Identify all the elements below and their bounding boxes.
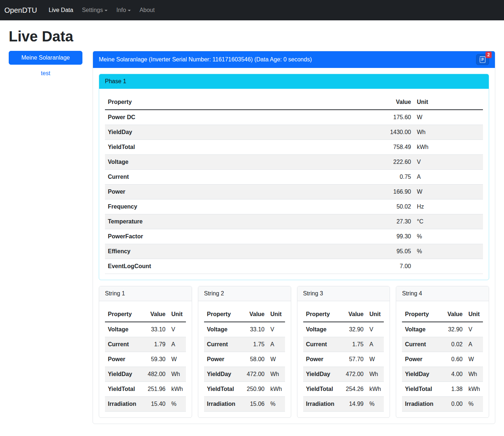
table-row: Current 1.75 A: [204, 337, 285, 352]
unit-cell: %: [414, 229, 483, 244]
column-header-value: Value: [442, 307, 466, 322]
nav-info-label: Info: [116, 7, 126, 13]
unit-cell: W: [168, 352, 186, 367]
strings-row: String 1 Property Value Unit: [99, 286, 489, 418]
property-cell: YieldDay: [402, 367, 442, 382]
value-cell: 95.05: [367, 244, 414, 259]
string-card-header: String 3: [297, 286, 390, 301]
inverter-button-meine-solaranlage[interactable]: Meine Solaranlage: [9, 51, 82, 65]
nav-live-data[interactable]: Live Data: [46, 3, 76, 17]
value-cell: 1.79: [145, 337, 168, 352]
string-card-4: String 4 Property Value Unit: [396, 286, 489, 418]
table-row: YieldDay 472.00 Wh: [303, 367, 384, 382]
chevron-down-icon: [128, 10, 131, 11]
unit-cell: Wh: [366, 367, 384, 382]
eventlog-count-badge: 2: [485, 52, 492, 58]
string-card-3: String 3 Property Value Unit: [297, 286, 390, 418]
unit-cell: kWh: [366, 382, 384, 397]
value-cell: 57.70: [342, 352, 366, 367]
table-row: EventLogCount 7.00: [105, 259, 483, 274]
table-row: Temperature 27.30 °C: [105, 214, 483, 229]
property-cell: YieldTotal: [105, 382, 145, 397]
value-cell: 472.00: [342, 367, 366, 382]
unit-cell: %: [466, 397, 483, 412]
nav-live-data-label: Live Data: [49, 7, 73, 13]
column-header-value: Value: [367, 95, 414, 110]
nav-items: Live Data Settings Info About: [46, 3, 160, 17]
value-cell: 482.00: [145, 367, 168, 382]
property-cell: Frequency: [105, 199, 367, 214]
unit-cell: Wh: [168, 367, 186, 382]
value-cell: 99.30: [367, 229, 414, 244]
unit-cell: %: [414, 244, 483, 259]
unit-cell: W: [414, 185, 483, 199]
table-row: YieldDay 4.00 Wh: [402, 367, 483, 382]
property-cell: Current: [303, 337, 343, 352]
table-row: YieldDay 1430.00 Wh: [105, 125, 483, 140]
unit-cell: %: [168, 397, 186, 412]
table-row: YieldDay 472.00 Wh: [204, 367, 285, 382]
table-row: Irradiation 0.00 %: [402, 397, 483, 412]
property-cell: Effiency: [105, 244, 367, 259]
property-cell: PowerFactor: [105, 229, 367, 244]
value-cell: 33.10: [145, 322, 168, 337]
property-cell: Current: [204, 337, 244, 352]
page-container: Live Data Meine Solaranlage test Meine S…: [0, 20, 504, 433]
value-cell: 1.38: [442, 382, 466, 397]
value-cell: 175.60: [367, 110, 414, 125]
table-row: Current 0.02 A: [402, 337, 483, 352]
property-cell: Power: [204, 352, 244, 367]
nav-about[interactable]: About: [137, 3, 158, 17]
inverter-card-header: Meine Solaranlage (Inverter Serial Numbe…: [93, 51, 495, 68]
value-cell: 4.00: [442, 367, 466, 382]
table-row: Power 166.90 W: [105, 185, 483, 199]
unit-cell: V: [168, 322, 186, 337]
property-cell: YieldDay: [204, 367, 244, 382]
property-cell: Voltage: [204, 322, 244, 337]
unit-cell: W: [366, 352, 384, 367]
nav-info[interactable]: Info: [113, 3, 134, 17]
table-row: Current 1.79 A: [105, 337, 186, 352]
nav-settings-label: Settings: [82, 7, 103, 13]
string-card-header: String 4: [396, 286, 489, 301]
value-cell: 472.00: [244, 367, 268, 382]
property-cell: Irradiation: [204, 397, 244, 412]
string-1-table: Property Value Unit: [105, 307, 186, 412]
table-header-row: Property Value Unit: [105, 307, 186, 322]
value-cell: 0.60: [442, 352, 466, 367]
nav-about-label: About: [139, 7, 155, 13]
eventlog-button[interactable]: 2: [476, 54, 489, 65]
phase-card-header: Phase 1: [99, 74, 489, 89]
string-4-table: Property Value Unit: [402, 307, 483, 412]
journal-text-icon: [479, 56, 486, 63]
column-header-value: Value: [342, 307, 366, 322]
unit-cell: A: [414, 170, 483, 185]
table-row: Current 0.75 A: [105, 170, 483, 185]
unit-cell: Hz: [414, 199, 483, 214]
property-cell: YieldTotal: [204, 382, 244, 397]
unit-cell: A: [268, 337, 285, 352]
property-cell: Power: [105, 185, 367, 199]
property-cell: Current: [105, 170, 367, 185]
table-row: Voltage 33.10 V: [204, 322, 285, 337]
table-row: YieldTotal 758.49 kWh: [105, 140, 483, 155]
inverter-link-test[interactable]: test: [9, 69, 82, 78]
value-cell: 1430.00: [367, 125, 414, 140]
unit-cell: W: [414, 110, 483, 125]
chevron-down-icon: [105, 10, 107, 11]
value-cell: 32.90: [442, 322, 466, 337]
nav-settings[interactable]: Settings: [79, 3, 111, 17]
value-cell: 27.30: [367, 214, 414, 229]
unit-cell: V: [414, 155, 483, 170]
value-cell: 251.96: [145, 382, 168, 397]
column-header-value: Value: [145, 307, 168, 322]
table-header-row: Property Value Unit: [303, 307, 384, 322]
value-cell: 33.10: [244, 322, 268, 337]
unit-cell: %: [268, 397, 285, 412]
property-cell: YieldDay: [105, 367, 145, 382]
value-cell: 1.75: [244, 337, 268, 352]
brand-opendtu[interactable]: OpenDTU: [4, 5, 37, 16]
value-cell: 0.75: [367, 170, 414, 185]
table-row: YieldTotal 254.26 kWh: [303, 382, 384, 397]
property-cell: Temperature: [105, 214, 367, 229]
